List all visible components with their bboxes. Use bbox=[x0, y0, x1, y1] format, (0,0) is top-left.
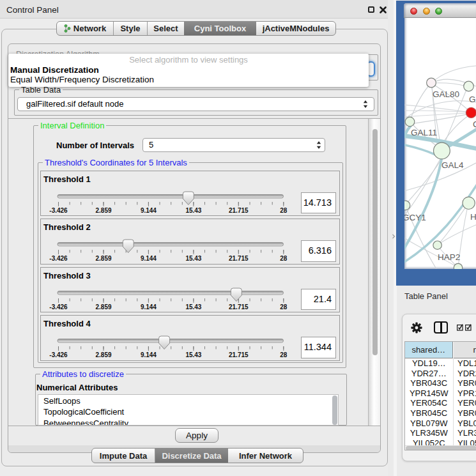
svg-text:G.: G. bbox=[469, 95, 476, 104]
svg-text:21.715: 21.715 bbox=[229, 206, 249, 213]
svg-text:9.144: 9.144 bbox=[141, 255, 157, 262]
svg-text:HAP2: HAP2 bbox=[438, 252, 460, 262]
svg-text:28: 28 bbox=[280, 303, 288, 310]
svg-text:21.715: 21.715 bbox=[229, 351, 249, 358]
svg-text:9.144: 9.144 bbox=[141, 351, 157, 358]
svg-text:2.859: 2.859 bbox=[95, 206, 111, 213]
svg-text:GCY1: GCY1 bbox=[404, 213, 426, 222]
svg-text:15.43: 15.43 bbox=[185, 303, 201, 310]
svg-text:9.144: 9.144 bbox=[141, 303, 157, 310]
svg-text:28: 28 bbox=[280, 255, 288, 262]
svg-text:15.43: 15.43 bbox=[185, 206, 201, 213]
svg-text:2.859: 2.859 bbox=[95, 303, 111, 310]
svg-text:-3.426: -3.426 bbox=[49, 206, 68, 213]
svg-text:-3.426: -3.426 bbox=[49, 351, 68, 358]
svg-text:21.715: 21.715 bbox=[229, 303, 249, 310]
svg-text:28: 28 bbox=[280, 351, 288, 358]
svg-text:15.43: 15.43 bbox=[185, 351, 201, 358]
svg-text:C: C bbox=[473, 119, 476, 129]
svg-text:9.144: 9.144 bbox=[141, 206, 157, 213]
svg-text:GAL4: GAL4 bbox=[441, 160, 464, 170]
svg-text:GAL11: GAL11 bbox=[411, 128, 437, 137]
svg-text:21.715: 21.715 bbox=[229, 255, 249, 262]
svg-text:-3.426: -3.426 bbox=[49, 303, 68, 310]
svg-text:15.43: 15.43 bbox=[185, 255, 201, 262]
svg-text:2.859: 2.859 bbox=[95, 351, 111, 358]
svg-text:2.859: 2.859 bbox=[95, 255, 111, 262]
svg-text:H: H bbox=[470, 212, 476, 222]
svg-text:GAL80: GAL80 bbox=[433, 89, 459, 99]
svg-text:-3.426: -3.426 bbox=[49, 255, 68, 262]
svg-text:28: 28 bbox=[280, 206, 288, 213]
